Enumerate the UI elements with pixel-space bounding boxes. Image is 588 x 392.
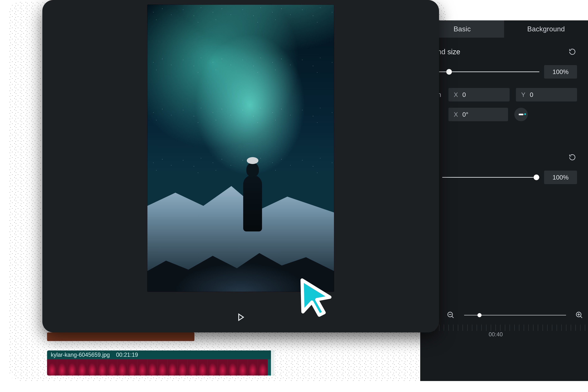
rotation-x-label: X: [454, 111, 458, 118]
cursor-icon: [295, 276, 336, 317]
opacity-slider[interactable]: [442, 174, 540, 180]
svg-line-5: [452, 316, 454, 318]
rotation-x-value: 0°: [462, 111, 468, 118]
tab-background[interactable]: Background: [504, 20, 588, 38]
reset-icon: [569, 48, 576, 55]
scale-slider-row: 100%: [423, 65, 577, 78]
clip-trim-handle[interactable]: [271, 350, 274, 376]
rotation-step-button[interactable]: [514, 108, 528, 121]
position-fields: n X 0 Y 0: [423, 88, 577, 102]
timeline-clip[interactable]: kylar-kang-6045659.jpg 00:21:19: [47, 350, 274, 376]
timeline-empty-region[interactable]: [47, 332, 194, 341]
reset-icon: [569, 154, 576, 161]
scale-value[interactable]: 100%: [544, 65, 577, 78]
position-x-label: X: [454, 91, 458, 98]
opacity-value[interactable]: 100%: [544, 170, 577, 184]
zoom-slider[interactable]: [464, 312, 566, 318]
play-button[interactable]: [236, 312, 246, 322]
section-position-size: on and size 100% n X 0 Y: [420, 38, 588, 121]
clip-duration: 00:21:19: [116, 352, 138, 358]
section-opacity: y 100%: [420, 143, 588, 184]
inspector-tabs: Basic Background: [420, 20, 588, 38]
reset-position-size-button[interactable]: [568, 47, 577, 56]
preview-subject-person: [238, 150, 268, 232]
minus-icon: [519, 114, 524, 115]
rotation-fields: X 0°: [423, 108, 577, 121]
clip-filename: kylar-kang-6045659.jpg: [51, 352, 110, 358]
rotation-x-field[interactable]: X 0°: [448, 108, 508, 121]
preview-window: [42, 0, 439, 332]
inspector-panel: Basic Background on and size 100% n: [420, 20, 588, 381]
opacity-slider-row: y 100%: [423, 170, 577, 184]
zoom-in-button[interactable]: [574, 310, 585, 321]
app-stage: Basic Background on and size 100% n: [0, 0, 588, 392]
timeline-zoom-controls: [420, 306, 588, 324]
clip-thumbnails: [47, 359, 274, 376]
preview-controls: [42, 310, 439, 324]
zoom-in-icon: [575, 311, 584, 319]
position-y-field[interactable]: Y 0: [516, 88, 577, 102]
reset-opacity-button[interactable]: [568, 152, 577, 162]
scale-slider[interactable]: [439, 69, 540, 75]
zoom-out-icon: [447, 311, 455, 319]
play-icon: [236, 312, 246, 322]
zoom-out-button[interactable]: [445, 310, 456, 321]
cursor-overlay: [295, 276, 336, 317]
position-x-field[interactable]: X 0: [448, 88, 510, 102]
svg-marker-10: [239, 314, 244, 320]
position-y-label: Y: [521, 91, 526, 98]
position-y-value: 0: [530, 91, 533, 98]
clip-header: kylar-kang-6045659.jpg 00:21:19: [47, 350, 274, 359]
preview-canvas[interactable]: [42, 5, 439, 302]
timeline-tracks: kylar-kang-6045659.jpg 00:21:19: [47, 332, 588, 380]
svg-line-9: [580, 316, 582, 318]
preview-media[interactable]: [148, 5, 334, 292]
accent-dot-icon: [524, 113, 526, 115]
position-x-value: 0: [462, 91, 466, 98]
